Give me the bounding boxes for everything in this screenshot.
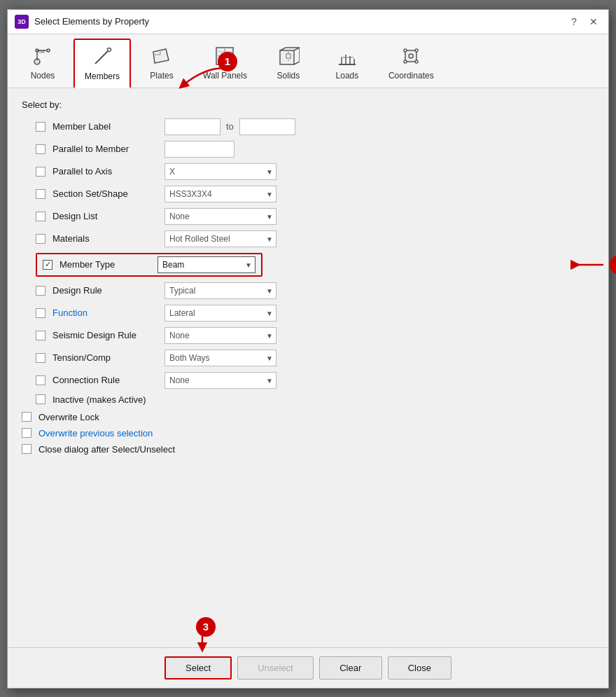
tab-coordinates[interactable]: Coordinates [378,39,444,88]
svg-point-34 [404,60,407,63]
row-design-list: Design List None ▼ [22,208,594,225]
select-parallel-axis[interactable]: XYZ [164,163,276,180]
input-member-label-from[interactable] [164,118,220,135]
select-design-list[interactable]: None [164,208,276,225]
label-connection-rule: Connection Rule [52,375,164,385]
svg-rect-15 [280,50,294,64]
label-parallel-member: Parallel to Member [52,144,164,154]
row-overwrite-previous: Overwrite previous selection [22,428,594,439]
label-section-set: Section Set/Shape [52,188,164,199]
label-tension-comp: Tension/Comp [52,352,164,363]
checkbox-parallel-member[interactable] [36,144,46,154]
close-dialog-button[interactable]: Close [388,656,451,679]
input-member-label-to[interactable] [239,118,295,135]
label-overwrite-previous: Overwrite previous selection [38,428,153,439]
app-icon: 3D [15,15,29,29]
select-seismic[interactable]: None [164,327,276,344]
select-connection-rule[interactable]: None [164,372,276,389]
checkbox-function[interactable] [36,308,46,318]
select-wrapper-function: Lateral ▼ [164,305,276,322]
input-parallel-member[interactable] [164,141,234,158]
clear-button[interactable]: Clear [319,656,382,679]
select-wrapper-section: HSS3X3X4 ▼ [164,186,276,202]
select-button[interactable]: Select [164,656,232,679]
coordinates-icon [398,43,424,69]
checkbox-tension-comp[interactable] [36,353,46,363]
tab-coordinates-label: Coordinates [388,71,434,81]
badge-2: 2 [610,255,616,275]
select-wrapper-design-rule: Typical ▼ [164,282,276,299]
select-wrapper-connection-rule: None ▼ [164,372,276,389]
checkbox-section-set[interactable] [36,189,46,199]
title-bar: 3D Select Elements by Property ? ✕ [8,10,608,34]
select-materials[interactable]: Hot Rolled Steel [164,230,276,247]
select-design-rule[interactable]: Typical [164,282,276,299]
label-overwrite-lock: Overwrite Lock [38,412,150,422]
checkbox-overwrite-previous[interactable] [22,428,31,438]
select-function[interactable]: Lateral [164,305,276,322]
row-design-rule: Design Rule Typical ▼ [22,282,594,299]
wall-panels-icon [212,43,237,69]
svg-point-33 [415,49,418,52]
row-inactive: Inactive (makes Active) [22,394,594,405]
checkbox-member-label[interactable] [36,122,46,132]
tab-solids[interactable]: Solids [260,39,316,88]
row-seismic: Seismic Design Rule None ▼ [22,327,594,344]
select-wrapper-tension-comp: Both Ways ▼ [164,350,276,366]
checkbox-design-rule[interactable] [36,286,46,296]
row-connection-rule: Connection Rule None ▼ [22,372,594,389]
select-wrapper-materials: Hot Rolled Steel ▼ [164,230,276,247]
svg-marker-8 [153,49,169,63]
svg-rect-30 [405,50,416,62]
svg-point-2 [47,49,50,52]
checkbox-inactive[interactable] [36,394,46,404]
tab-plates[interactable]: Plates [134,39,190,88]
solids-icon [276,43,301,69]
label-close-dialog: Close dialog after Select/Unselect [38,444,175,455]
checkbox-overwrite-lock[interactable] [22,412,31,422]
row-parallel-to-member: Parallel to Member [22,141,594,158]
select-wrapper-design-list: None ▼ [164,208,276,225]
dialog-title: Select Elements by Property [34,16,561,27]
checkbox-materials[interactable] [36,234,46,244]
tab-members-label: Members [85,71,120,81]
label-function: Function [52,308,164,318]
dialog: 3D Select Elements by Property ? ✕ N4 No… [7,9,609,689]
label-inactive: Inactive (makes Active) [52,394,164,405]
select-member-type[interactable]: BeamColumnBrace [158,256,255,273]
tabs-bar: N4 Nodes Members [8,34,608,88]
close-button[interactable]: ✕ [586,14,601,29]
svg-line-19 [294,62,300,64]
window-controls: ? ✕ [566,14,601,29]
svg-point-32 [404,49,407,52]
tab-nodes-label: Nodes [31,71,55,81]
checkbox-close-dialog[interactable] [22,444,31,454]
members-icon [90,44,115,69]
badge-2-container: 2 [568,255,616,275]
tab-wall-panels[interactable]: Wall Panels [192,39,258,88]
select-tension-comp[interactable]: Both Ways [164,350,276,366]
tab-members[interactable]: Members [74,39,131,88]
label-parallel-axis: Parallel to Axis [52,166,164,177]
row-overwrite-lock: Overwrite Lock [22,412,594,422]
content-area: 1 Select by: Member Label to [8,88,608,647]
svg-point-7 [108,48,111,51]
help-button[interactable]: ? [566,14,582,29]
select-section-set[interactable]: HSS3X3X4 [164,186,276,202]
select-wrapper-axis: XYZ ▼ [164,163,276,180]
checkbox-connection-rule[interactable] [36,375,46,385]
footer: 3 Select Unselect Clear Close [8,647,608,688]
checkbox-parallel-axis[interactable] [36,167,46,177]
tab-solids-label: Solids [277,71,300,81]
tab-nodes[interactable]: N4 Nodes [15,39,71,88]
member-type-highlight-box: Member Type BeamColumnBrace ▼ [36,253,262,277]
tab-plates-label: Plates [150,71,173,81]
unselect-button[interactable]: Unselect [237,656,314,679]
tab-loads[interactable]: Loads [319,39,375,88]
checkbox-design-list[interactable] [36,212,46,221]
select-by-label: Select by: [22,99,594,110]
checkbox-member-type[interactable] [43,260,52,270]
nodes-icon: N4 [30,43,55,69]
checkbox-seismic[interactable] [36,331,46,340]
row-section-set: Section Set/Shape HSS3X3X4 ▼ [22,186,594,202]
